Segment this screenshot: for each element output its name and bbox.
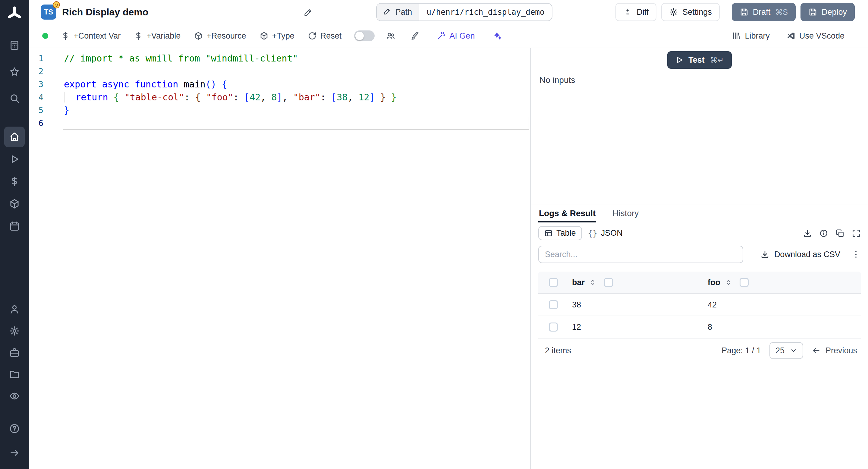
sidebar-item-favorites[interactable] bbox=[4, 63, 25, 81]
sidebar-item-resources[interactable] bbox=[4, 193, 25, 214]
sidebar-item-folders[interactable] bbox=[4, 365, 25, 383]
draft-button[interactable]: Draft ⌘S bbox=[732, 3, 796, 21]
table-row[interactable]: 12 8 bbox=[538, 316, 861, 339]
sidebar-item-variables[interactable] bbox=[4, 171, 25, 192]
sidebar-item-schedules[interactable] bbox=[4, 216, 25, 236]
view-json-label: JSON bbox=[601, 228, 623, 238]
sidebar-item-audit-logs[interactable] bbox=[4, 387, 25, 405]
add-variable-button[interactable]: +Variable bbox=[127, 31, 187, 41]
view-table-button[interactable]: Table bbox=[538, 226, 582, 240]
use-vscode-button[interactable]: Use VScode bbox=[780, 31, 851, 41]
row-checkbox[interactable] bbox=[549, 322, 558, 332]
add-context-var-button[interactable]: +Context Var bbox=[54, 31, 127, 41]
edit-title-icon[interactable] bbox=[304, 7, 313, 17]
path-pill: Path u/henri/rich_display_demo bbox=[376, 3, 553, 21]
column-header-bar: bar bbox=[572, 278, 585, 287]
ai-sparkles-button[interactable] bbox=[487, 31, 507, 40]
sidebar-item-workers[interactable] bbox=[4, 344, 25, 362]
sidebar-item-settings[interactable] bbox=[4, 322, 25, 340]
home-icon bbox=[9, 131, 20, 142]
dollar-icon bbox=[9, 176, 20, 187]
dollar-icon bbox=[134, 31, 143, 40]
sidebar-item-home[interactable] bbox=[4, 127, 25, 147]
column-checkbox-bar[interactable] bbox=[604, 278, 613, 287]
collab-toggle[interactable] bbox=[354, 30, 375, 41]
test-label: Test bbox=[688, 56, 705, 65]
code-line-4[interactable]: 4 return { "table-col": { "foo": [42, 8]… bbox=[29, 91, 530, 104]
reset-icon bbox=[308, 31, 317, 40]
test-button[interactable]: Test ⌘↵ bbox=[667, 51, 732, 69]
download-result-icon[interactable] bbox=[803, 229, 812, 238]
sidebar-item-search[interactable] bbox=[4, 89, 25, 107]
diff-icon bbox=[623, 7, 632, 17]
run-panel: Test ⌘↵ No inputs bbox=[531, 48, 868, 204]
table-menu-button[interactable] bbox=[851, 250, 861, 259]
cell-bar: 12 bbox=[572, 322, 581, 332]
eye-icon bbox=[9, 390, 20, 402]
code-line-6[interactable]: 6 bbox=[29, 117, 530, 130]
code-text: } bbox=[63, 104, 529, 117]
draft-label: Draft bbox=[753, 7, 771, 17]
search-input[interactable] bbox=[538, 246, 743, 263]
path-value[interactable]: u/henri/rich_display_demo bbox=[419, 4, 552, 21]
line-number: 6 bbox=[29, 117, 44, 130]
user-icon bbox=[9, 304, 20, 315]
toggle-knob bbox=[355, 32, 364, 40]
copy-icon[interactable] bbox=[835, 229, 844, 238]
save-icon bbox=[740, 7, 749, 17]
code-line-2[interactable]: 2 bbox=[29, 65, 530, 78]
column-header-foo: foo bbox=[708, 278, 720, 287]
format-button[interactable] bbox=[405, 31, 425, 40]
sidebar-group bbox=[4, 36, 25, 107]
add-resource-button[interactable]: +Resource bbox=[187, 31, 253, 41]
braces-icon: {} bbox=[588, 229, 597, 238]
code-line-1[interactable]: 1// import * as wmill from "windmill-cli… bbox=[29, 52, 530, 65]
tab-history[interactable]: History bbox=[612, 206, 639, 222]
diff-button[interactable]: Diff bbox=[615, 3, 656, 21]
edit-path-button[interactable]: Path bbox=[377, 4, 420, 21]
view-json-button[interactable]: {} JSON bbox=[582, 226, 629, 240]
row-checkbox[interactable] bbox=[549, 300, 558, 309]
expand-icon[interactable] bbox=[852, 229, 861, 238]
code-line-5[interactable]: 5} bbox=[29, 104, 530, 117]
previous-label: Previous bbox=[826, 346, 857, 355]
library-icon bbox=[732, 31, 741, 40]
wand-icon bbox=[437, 31, 446, 40]
deploy-button[interactable]: Deploy bbox=[801, 3, 855, 21]
page-size-select[interactable]: 25 bbox=[770, 342, 803, 359]
cube-icon bbox=[9, 198, 20, 209]
sidebar-item-expand-sidebar[interactable] bbox=[4, 444, 25, 462]
sort-bar-icon[interactable] bbox=[589, 279, 597, 286]
code-line-3[interactable]: 3export async function main() { bbox=[29, 78, 530, 91]
table-row[interactable]: 38 42 bbox=[538, 294, 861, 316]
multiplayer-button[interactable] bbox=[381, 31, 401, 40]
reset-button[interactable]: Reset bbox=[301, 31, 348, 41]
settings-button[interactable]: Settings bbox=[661, 3, 720, 21]
column-checkbox-foo[interactable] bbox=[740, 278, 749, 287]
sidebar-item-users[interactable] bbox=[4, 300, 25, 318]
typescript-badge: TS bbox=[41, 4, 56, 20]
windmill-logo-icon[interactable] bbox=[5, 5, 24, 23]
info-icon[interactable] bbox=[819, 229, 828, 238]
code-editor[interactable]: 1// import * as wmill from "windmill-cli… bbox=[29, 48, 531, 469]
folder-icon bbox=[9, 369, 20, 380]
sidebar-item-runs[interactable] bbox=[4, 149, 25, 169]
ai-gen-button[interactable]: AI Gen bbox=[430, 31, 481, 41]
arrow-right-icon bbox=[9, 447, 20, 458]
library-button[interactable]: Library bbox=[725, 31, 776, 41]
package-icon bbox=[194, 31, 203, 40]
code-text: // import * as wmill from "windmill-clie… bbox=[63, 52, 529, 65]
sort-foo-icon[interactable] bbox=[724, 279, 733, 286]
tab-logs-result[interactable]: Logs & Result bbox=[538, 206, 596, 222]
previous-page-button[interactable]: Previous bbox=[812, 346, 857, 355]
package-icon bbox=[259, 31, 269, 40]
select-all-checkbox[interactable] bbox=[549, 278, 558, 287]
vscode-label: Use VScode bbox=[799, 31, 844, 41]
download-csv-button[interactable]: Download as CSV bbox=[761, 250, 840, 259]
sidebar-item-apps[interactable] bbox=[4, 36, 25, 54]
sidebar-item-help[interactable] bbox=[4, 419, 25, 438]
table-footer: 2 items Page: 1 / 1 25 Previous bbox=[538, 339, 861, 363]
add-type-button[interactable]: +Type bbox=[253, 31, 301, 41]
page-size-value: 25 bbox=[775, 346, 784, 355]
calculator-icon bbox=[9, 40, 20, 51]
